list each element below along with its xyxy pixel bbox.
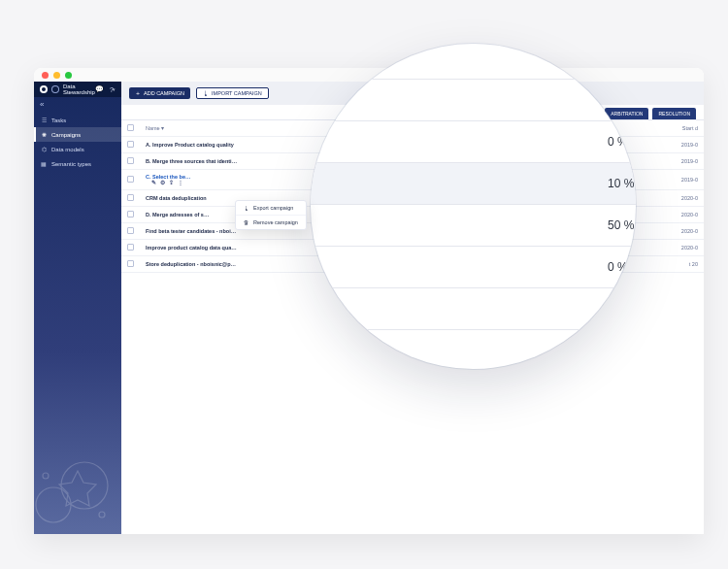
collapse-sidebar-icon[interactable]: « xyxy=(40,100,44,109)
user-avatar-icon[interactable] xyxy=(51,85,59,93)
row-checkbox[interactable] xyxy=(127,157,134,164)
row-checkbox[interactable] xyxy=(127,141,134,148)
lens-name-cell: Demo - Customers xyxy=(311,205,592,247)
lens-row: Vendors10 % xyxy=(311,163,636,205)
sidebar-decoration xyxy=(34,418,121,534)
svg-point-3 xyxy=(99,512,105,518)
sidebar-item-label: Campaigns xyxy=(51,132,81,138)
semantic-types-icon: ▦ xyxy=(40,160,48,167)
import-campaign-button[interactable]: ⭳ IMPORT CAMPAIGN xyxy=(196,87,269,99)
help-icon[interactable]: ? xyxy=(110,86,114,93)
lens-row: endors0 % xyxy=(311,121,636,163)
button-label: IMPORT CAMPAIGN xyxy=(212,90,262,96)
sidebar-item-label: Semantic types xyxy=(51,161,91,167)
sidebar-item-label: Data models xyxy=(51,147,84,152)
add-campaign-button[interactable]: ＋ ADD CAMPAIGN xyxy=(129,87,190,99)
col-start-date[interactable]: Start d xyxy=(637,120,704,137)
lens-row: tore0 % xyxy=(311,247,636,288)
svg-point-1 xyxy=(61,462,108,509)
lens-name-cell: Vendors xyxy=(311,163,592,205)
menu-label: Export campaign xyxy=(253,205,293,211)
row-checkbox[interactable] xyxy=(127,194,134,201)
svg-point-2 xyxy=(43,473,49,479)
download-icon: ⭳ xyxy=(203,90,209,96)
sidebar-item-semantic-types[interactable]: ▦ Semantic types xyxy=(34,156,121,171)
lens-table: Progress t catalog0 %endors0 %Vendors10 … xyxy=(311,44,636,369)
row-checkbox[interactable] xyxy=(127,244,134,251)
row-checkbox[interactable] xyxy=(127,260,134,267)
row-context-menu: ⭳ Export campaign 🗑 Remove campaign xyxy=(235,200,307,230)
magnifier-lens: Progress t catalog0 %endors0 %Vendors10 … xyxy=(311,44,636,369)
sidebar: Data Stewardship ▾ 💬 ? « ☰ Tasks ✺ Campa… xyxy=(34,82,121,534)
lens-name-cell: endors xyxy=(311,121,592,163)
select-all-checkbox[interactable] xyxy=(127,124,134,131)
export-icon[interactable]: ⇪ xyxy=(169,180,174,185)
tasks-icon: ☰ xyxy=(40,117,48,123)
sidebar-item-label: Tasks xyxy=(51,117,66,123)
menu-remove-campaign[interactable]: 🗑 Remove campaign xyxy=(236,215,306,229)
row-date-cell: 2020-0 xyxy=(637,190,704,207)
sidebar-item-tasks[interactable]: ☰ Tasks xyxy=(34,113,121,127)
export-icon: ⭳ xyxy=(244,205,249,211)
mac-titlebar xyxy=(34,68,704,82)
row-checkbox[interactable] xyxy=(127,176,134,183)
campaigns-icon: ✺ xyxy=(40,131,48,138)
sidebar-item-data-models[interactable]: ⌬ Data models xyxy=(34,142,121,156)
plus-icon: ＋ xyxy=(135,90,141,96)
row-date-cell: 2020-0 xyxy=(637,207,704,223)
brand-bar: Data Stewardship ▾ 💬 ? xyxy=(34,82,121,97)
row-checkbox[interactable] xyxy=(127,211,134,218)
lens-name-cell: tore xyxy=(311,247,592,288)
lens-progress-cell: 50 % xyxy=(592,205,636,247)
chat-icon[interactable]: 💬 xyxy=(95,85,104,93)
sidebar-item-campaigns[interactable]: ✺ Campaigns xyxy=(34,127,121,142)
row-date-cell: t 20 xyxy=(637,256,704,273)
menu-export-campaign[interactable]: ⭳ Export campaign xyxy=(236,201,306,215)
trash-icon: 🗑 xyxy=(244,219,249,225)
button-label: ADD CAMPAIGN xyxy=(144,90,184,96)
menu-label: Remove campaign xyxy=(253,219,298,225)
lens-progress-cell: 10 % xyxy=(592,163,636,205)
data-models-icon: ⌬ xyxy=(40,146,48,152)
edit-icon[interactable]: ✎ xyxy=(151,180,156,185)
row-checkbox[interactable] xyxy=(127,227,134,234)
row-date-cell: 2020-0 xyxy=(637,240,704,256)
sidebar-nav: ☰ Tasks ✺ Campaigns ⌬ Data models ▦ Sema… xyxy=(34,111,121,171)
row-date-cell: 2019-0 xyxy=(637,170,704,190)
row-date-cell: 2020-0 xyxy=(637,223,704,240)
tab-resolution[interactable]: RESOLUTION xyxy=(652,108,696,119)
sort-icon: ▾ xyxy=(161,125,164,131)
tab-arbitration[interactable]: ARBITRATION xyxy=(605,108,648,119)
row-date-cell: 2019-0 xyxy=(637,153,704,170)
row-date-cell: 2019-0 xyxy=(637,137,704,153)
maximize-window-icon[interactable] xyxy=(65,72,72,79)
app-logo-icon xyxy=(40,85,48,93)
lens-row: Demo - Customers50 % xyxy=(311,205,636,247)
close-window-icon[interactable] xyxy=(42,72,49,79)
settings-icon[interactable]: ⚙ xyxy=(160,180,165,185)
minimize-window-icon[interactable] xyxy=(53,72,60,79)
more-icon[interactable]: ⋮ xyxy=(178,180,183,185)
